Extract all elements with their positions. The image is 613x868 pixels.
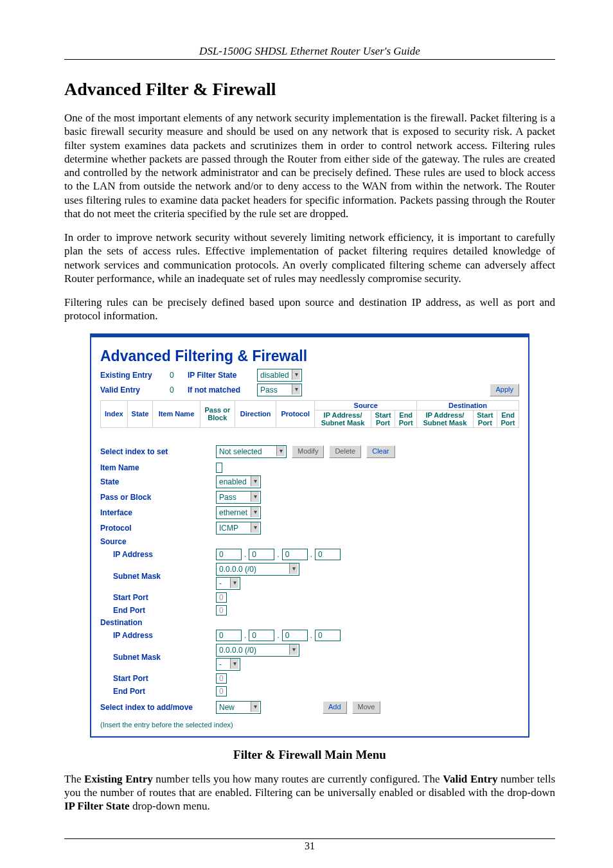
body-paragraph: Filtering rules can be precisely defined… [64,296,555,323]
ip-filter-state-select[interactable]: disabled [257,369,302,382]
bold-term: Existing Entry [84,773,153,785]
src-mask-extra-select[interactable]: - [216,577,240,590]
protocol-select[interactable]: ICMP [216,522,261,535]
dst-start-port-label: Start Port [100,674,216,683]
col-item-name: Item Name [153,400,200,427]
figure-caption: Filter & Firewall Main Menu [64,748,555,762]
col-src-ip: IP Address/ Subnet Mask [315,410,371,427]
add-button[interactable]: Add [323,701,347,714]
if-not-matched-select[interactable]: Pass [257,384,302,396]
interface-select[interactable]: ethernet [216,506,261,519]
dst-ip-octet[interactable]: 0 [315,630,341,641]
existing-entry-label: Existing Entry [100,371,164,380]
if-not-matched-label: If not matched [188,385,252,394]
section-title: Advanced Filter & Firewall [64,79,555,100]
dst-ip-octet[interactable]: 0 [216,630,242,641]
src-ip-octet[interactable]: 0 [315,549,341,560]
apply-button[interactable]: Apply [490,384,519,396]
page-number: 31 [64,838,555,852]
valid-entry-label: Valid Entry [100,385,164,394]
add-move-index-select[interactable]: New [216,701,261,714]
col-dst-end: End Port [497,410,519,427]
destination-heading: Destination [100,618,216,627]
bold-term: IP Filter State [64,800,130,812]
src-ip-octet[interactable]: 0 [216,549,242,560]
dst-ip-octet[interactable]: 0 [282,630,308,641]
src-mask-select[interactable]: 0.0.0.0 (/0) [216,563,299,576]
body-paragraph: One of the most important elements of an… [64,111,555,220]
running-head: DSL-1500G SHDSL Ethernet Router User's G… [64,45,555,60]
pass-block-label: Pass or Block [100,493,216,502]
bold-term: Valid Entry [443,773,497,785]
move-button[interactable]: Move [352,701,381,714]
col-direction: Direction [235,400,276,427]
select-index-label: Select index to set [100,447,216,456]
interface-label: Interface [100,508,216,517]
delete-button[interactable]: Delete [329,445,361,458]
state-select[interactable]: enabled [216,475,261,488]
valid-entry-value: 0 [170,385,182,394]
src-start-port-input[interactable]: 0 [216,592,227,603]
select-index-select[interactable]: Not selected [216,445,287,458]
col-dst-ip: IP Address/ Subnet Mask [417,410,473,427]
item-name-label: Item Name [100,463,216,472]
panel-title: Advanced Filtering & Firewall [100,348,519,365]
dst-ip-label: IP Address [100,631,216,640]
src-ip-label: IP Address [100,550,216,559]
protocol-label: Protocol [100,524,216,533]
dst-ip-octet[interactable]: 0 [249,630,274,641]
text: number tells you how many routes are cur… [153,773,443,785]
source-heading: Source [100,537,216,546]
src-ip-octet[interactable]: 0 [282,549,308,560]
body-paragraph: In order to improve network security wit… [64,231,555,285]
ip-filter-state-label: IP Filter State [188,371,252,380]
item-name-input[interactable] [216,463,222,473]
src-ip-octet[interactable]: 0 [249,549,274,560]
existing-entry-value: 0 [170,371,182,380]
src-start-port-label: Start Port [100,593,216,602]
pass-block-select[interactable]: Pass [216,491,261,504]
state-label: State [100,477,216,486]
col-index: Index [101,400,128,427]
dst-mask-label: Subnet Mask [100,653,216,662]
router-panel: Advanced Filtering & Firewall Existing E… [90,333,529,738]
col-src-end: End Port [395,410,417,427]
insert-note: (Insert the entry before the selected in… [100,721,519,729]
clear-button[interactable]: Clear [366,445,395,458]
dst-start-port-input[interactable]: 0 [216,673,227,684]
dst-end-port-label: End Port [100,687,216,696]
col-destination: Destination [417,400,519,410]
col-source: Source [315,400,417,410]
col-src-start: Start Port [371,410,395,427]
dst-end-port-input[interactable]: 0 [216,686,227,696]
src-end-port-input[interactable]: 0 [216,605,227,616]
text: drop-down menu. [130,800,210,812]
rules-table-header: Index State Item Name Pass or Block Dire… [100,400,519,428]
dst-mask-select[interactable]: 0.0.0.0 (/0) [216,644,299,657]
modify-button[interactable]: Modify [292,445,324,458]
col-pass-block: Pass or Block [200,400,235,427]
col-state: State [127,400,153,427]
text: The [64,773,84,785]
col-dst-start: Start Port [473,410,497,427]
dst-mask-extra-select[interactable]: - [216,658,240,671]
body-paragraph: The Existing Entry number tells you how … [64,772,555,813]
col-protocol: Protocol [276,400,315,427]
src-end-port-label: End Port [100,606,216,615]
src-mask-label: Subnet Mask [100,572,216,581]
select-index-add-label: Select index to add/move [100,703,216,712]
